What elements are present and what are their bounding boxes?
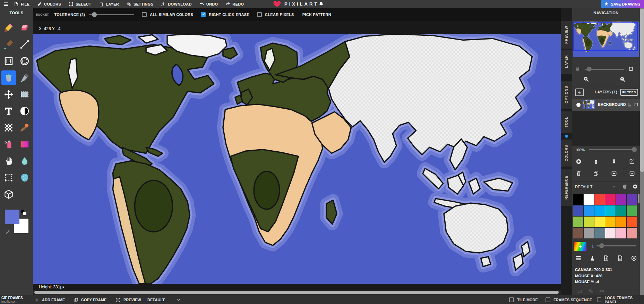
advanced-settings-gears-icon[interactable] [587,288,594,294]
shortcuts-keyboard-icon[interactable] [575,288,583,294]
add-palette-icon[interactable] [633,184,638,189]
frame-border-icon[interactable] [628,66,634,71]
tool-pencil[interactable] [1,20,16,35]
tool-dither[interactable] [1,120,16,135]
menu-undo[interactable]: UNDO [199,2,218,7]
palette-swatch[interactable] [616,205,626,216]
palette-swatch[interactable] [573,217,583,227]
delete-palette-icon[interactable] [622,184,627,189]
palette-swatch[interactable] [584,205,594,216]
duplicate-layer-icon[interactable] [593,170,599,176]
edit-layer-icon[interactable] [629,159,635,164]
merge-layer-up-icon[interactable] [611,170,617,176]
menu-redo[interactable]: REDO [225,2,244,7]
lock-navigation-icon[interactable] [575,66,580,71]
tool-rectangle[interactable] [1,54,16,68]
brush-size-slider[interactable] [596,243,636,248]
palette-swatch[interactable] [616,228,626,238]
tool-move[interactable] [1,87,16,102]
zoom-in-icon[interactable] [583,76,589,82]
copy-frame-button[interactable]: COPY FRAME [74,295,106,304]
palette-swatch[interactable] [627,228,637,238]
horizontal-scrollbar-thumb[interactable] [34,291,559,294]
tool-gradient[interactable] [17,137,32,152]
filters-button[interactable]: FILTERS [620,89,638,96]
palette-swatch[interactable] [584,217,594,227]
tool-select[interactable] [17,87,32,102]
tool-line[interactable] [17,37,32,52]
minimap-zoom-slider[interactable] [585,67,624,71]
window-scrollbar-thumb[interactable] [640,9,644,172]
palette-swatch[interactable] [605,205,616,216]
frames-mode-dropdown[interactable]: DEFAULT [147,295,165,304]
tool-spray[interactable] [1,137,16,152]
tool-droplet[interactable] [17,154,32,168]
preview-button[interactable]: PREVIEW [115,295,141,304]
palette-name-dropdown[interactable]: DEFAULT [575,185,593,189]
save-drawing-button[interactable]: SAVE DRAWING [601,0,644,8]
tab-options[interactable]: OPTIONS [561,81,572,109]
delete-layer-icon[interactable] [576,170,582,176]
layer-unlock-icon[interactable] [627,102,632,107]
frames-sequence-toggle[interactable]: FRAMES SEQUENCE [546,295,592,304]
clear-pixels-checkbox[interactable]: CLEAR PIXELS [257,12,294,17]
menu-file[interactable]: FILE [14,2,29,7]
palette-swatch[interactable] [616,194,626,205]
primary-color-swatch[interactable] [5,210,19,224]
swap-colors-icon[interactable] [5,229,11,235]
tab-tool[interactable]: TOOL [561,111,572,133]
color-target-icon[interactable] [631,255,637,261]
palette-swatch[interactable] [573,194,583,205]
notifications-bell-icon[interactable] [318,1,324,7]
menu-download[interactable]: DOWNLOAD [161,2,191,7]
tolerance-slider[interactable] [89,12,134,17]
tab-preview[interactable]: PREVIEW [561,21,572,49]
tool-circle[interactable] [17,54,32,68]
palette-swatch[interactable] [605,217,616,227]
color-lab-flask-icon[interactable] [589,255,595,261]
palette-swatch[interactable] [594,194,605,205]
tab-reference[interactable]: REFERENCE [561,169,572,206]
palette-swatch[interactable] [573,228,583,238]
menu-colors[interactable]: COLORS [37,2,61,7]
palette-swatch[interactable] [584,228,594,238]
palette-swatch[interactable] [594,205,605,216]
tool-lasso-select[interactable] [1,170,16,185]
menu-select[interactable]: SELECT [69,2,91,7]
export-palette-code-icon[interactable] [617,255,623,261]
palette-swatch[interactable] [584,194,594,205]
lock-frames-panel-toggle[interactable]: LOCK FRAMES PANEL [597,295,644,304]
color-list-icon[interactable] [575,255,582,261]
menu-layer[interactable]: LAYER [99,2,119,7]
merge-layer-down-icon[interactable] [629,170,635,176]
move-layer-up-icon[interactable] [593,159,599,164]
chevron-down-icon[interactable] [612,184,617,189]
palette-swatch[interactable] [605,228,616,238]
tool-text[interactable] [1,104,16,118]
menu-settings[interactable]: SETTINGS [127,2,153,7]
custom-color-button[interactable]: + [574,242,586,251]
minimap-viewport[interactable] [573,22,638,51]
tab-layer[interactable]: LAYER [561,50,572,74]
tool-bucket[interactable] [1,70,16,85]
panels-layout-icon[interactable] [599,288,605,294]
all-similar-colors-checkbox[interactable]: ALL SIMILAR COLORS [142,12,193,17]
layer-visibility-toggle[interactable] [576,103,581,107]
pick-pattern-button[interactable]: PICK PATTERN [302,12,331,17]
palette-swatch[interactable] [594,217,605,227]
palette-swatch[interactable] [627,205,637,216]
palette-scrollbar[interactable] [638,194,639,203]
navigation-minimap[interactable] [573,22,639,57]
tool-color-picker[interactable] [17,70,32,85]
right-click-erase-checkbox[interactable]: RIGHT CLICK ERASE [201,12,249,17]
tool-stamp[interactable] [17,120,32,135]
palette-swatch[interactable] [594,228,605,238]
layer-select-checkbox[interactable] [634,102,638,107]
tool-brush[interactable] [1,37,16,52]
horizontal-scrollbar[interactable] [33,290,561,295]
brand-logo[interactable]: PIXILART [273,0,319,8]
add-layer-icon[interactable] [576,159,582,164]
default-colors-button[interactable] [21,210,26,215]
tool-blur[interactable] [17,170,32,185]
layer-row-background[interactable]: BACKGROUND [572,99,640,111]
